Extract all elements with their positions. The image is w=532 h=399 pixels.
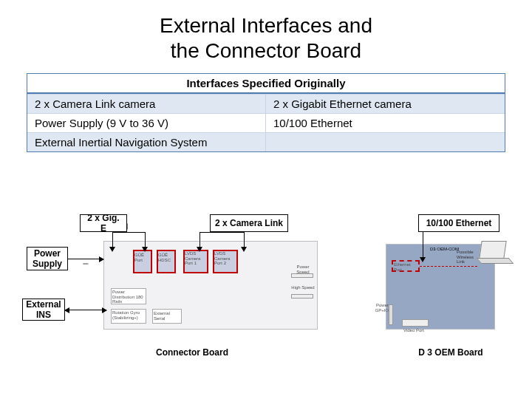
port-lvds-1-text: LVDS Camera Port 1: [185, 251, 207, 266]
mini-connector-3: [389, 304, 393, 325]
arrow-ins: [65, 310, 106, 310]
caption-d3-board: D 3 OEM Board: [406, 347, 495, 358]
arrow: [127, 224, 128, 230]
table-cell: [266, 132, 505, 151]
table-cell: External Inertial Navigation System: [27, 132, 266, 151]
table-cell: 2 x Gigabit Ethernet camera: [266, 94, 505, 113]
block-serial-text: External Serial: [154, 311, 180, 321]
arrow-eth-down: [423, 232, 423, 259]
table-cell: Power Supply (9 V to 36 V): [27, 113, 266, 132]
d3-label: D3 OEM‑COM: [430, 247, 459, 252]
laptop-icon: [480, 241, 511, 264]
mini-video-text: Video Port: [403, 328, 433, 333]
label-camera-link: 2 x Camera Link: [210, 214, 288, 232]
arrowhead-down-icon: [109, 247, 115, 252]
block-gyro-text: Rotation Gyro (Stabilizing+): [112, 310, 145, 320]
interfaces-table: Interfaces Specified Originally 2 x Came…: [27, 73, 505, 152]
mini-power-gp: Power GP+IO: [366, 303, 389, 313]
ethernet-link-line: [420, 266, 477, 267]
table-cell: 2 x Camera Link camera: [27, 94, 266, 113]
table-cell: 10/100 Ethernet: [266, 113, 505, 132]
arrow-power: [68, 259, 103, 259]
label-power-supply: Power Supply: [27, 247, 68, 270]
table-row: Power Supply (9 V to 36 V) 10/100 Ethern…: [27, 113, 505, 132]
label-ethernet: 10/100 Ethernet: [418, 214, 499, 232]
arrowhead-down-icon: [420, 257, 426, 262]
label-external-ins: External INS: [22, 299, 65, 321]
mini-connector-1: [291, 273, 313, 278]
arrowhead-down-icon: [142, 247, 148, 252]
mini-high-speed: High Speed: [290, 285, 316, 290]
table-row: External Inertial Navigation System: [27, 132, 505, 151]
mini-connector-2: [291, 294, 313, 299]
diagram: 2 x Gig. E 2 x Camera Link 10/100 Ethern…: [0, 192, 532, 384]
block-power-dist-text: Power Distribution 180 Rails: [112, 290, 145, 304]
table-row: 2 x Camera Link camera 2 x Gigabit Ether…: [27, 94, 505, 113]
title-line-1: External Interfaces and: [160, 14, 372, 37]
port-gige-1-text: GŪĒ Port: [134, 253, 151, 262]
arrowhead-down-icon: [241, 247, 247, 252]
mini-video-port: [402, 319, 429, 327]
label-gige: 2 x Gig. E: [80, 214, 127, 232]
port-gige-2-text: GŪĒ HDSC: [158, 253, 174, 262]
port-lvds-2-text: LVDS Camera Port 2: [214, 251, 236, 266]
arrowhead-down-icon: [197, 247, 202, 252]
wireless-link-text: Possible Wireless Link: [457, 250, 480, 265]
port-ethernet-text: Ethernet Port: [394, 262, 417, 272]
slide-title: External Interfaces and the Connector Bo…: [0, 0, 532, 73]
caption-connector-board: Connector Board: [140, 347, 244, 358]
table-header: Interfaces Specified Originally: [27, 74, 505, 94]
title-line-2: the Connector Board: [171, 39, 361, 62]
